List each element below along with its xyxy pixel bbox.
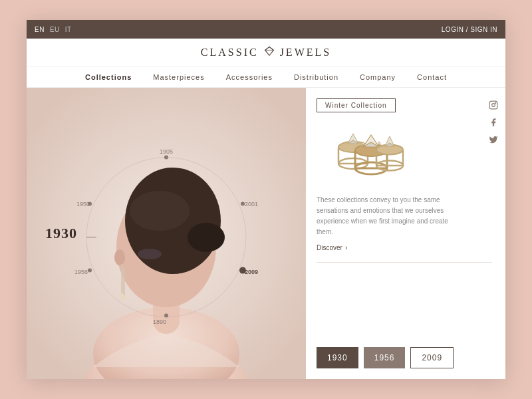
logo-text-right: JEWELS xyxy=(280,47,332,59)
main-content: Newsletter xyxy=(27,88,505,379)
facebook-icon[interactable] xyxy=(487,116,500,129)
svg-text:1905: 1905 xyxy=(160,148,173,155)
svg-text:1950: 1950 xyxy=(76,201,90,207)
lang-eu[interactable]: EU xyxy=(50,26,60,33)
svg-marker-0 xyxy=(265,47,273,55)
svg-text:2009: 2009 xyxy=(245,269,258,275)
current-year-label: 1930 xyxy=(45,225,77,242)
twitter-icon[interactable] xyxy=(487,133,500,146)
year-button-1930[interactable]: 1930 xyxy=(317,347,358,368)
top-bar: EN EU IT LOGIN / SIGN IN xyxy=(27,20,505,39)
social-icons xyxy=(487,98,500,146)
svg-text:1956: 1956 xyxy=(74,269,88,275)
svg-line-3 xyxy=(269,47,273,50)
year-button-1956[interactable]: 1956 xyxy=(364,347,406,368)
ring-image xyxy=(317,120,423,187)
lang-en[interactable]: EN xyxy=(35,26,45,33)
main-window: EN EU IT LOGIN / SIGN IN CLASSIC JEWELS xyxy=(27,20,505,379)
arrow-right-icon: › xyxy=(345,244,347,251)
nav-masterpieces[interactable]: Masterpieces xyxy=(153,73,204,81)
year-buttons: 1930 1956 2009 xyxy=(317,347,492,368)
collection-description: These collections convey to you the same… xyxy=(317,195,450,237)
login-link[interactable]: LOGIN xyxy=(442,26,464,33)
right-panel: Winter Collection xyxy=(306,88,505,379)
svg-text:2001: 2001 xyxy=(245,201,258,207)
svg-rect-35 xyxy=(489,101,497,109)
language-selector: EN EU IT xyxy=(35,26,72,33)
divider xyxy=(317,262,492,263)
nav-company[interactable]: Company xyxy=(360,73,396,81)
circle-timeline: 1905 2001 2009 1890 1956 1950 xyxy=(73,144,259,331)
svg-point-21 xyxy=(164,156,168,160)
svg-point-33 xyxy=(239,267,246,274)
svg-text:1890: 1890 xyxy=(153,319,166,325)
left-panel: 1905 2001 2009 1890 1956 1950 1930 xyxy=(27,88,306,379)
logo[interactable]: CLASSIC JEWELS xyxy=(201,46,331,59)
instagram-icon[interactable] xyxy=(487,98,500,112)
year-button-2009[interactable]: 2009 xyxy=(410,347,454,368)
svg-point-24 xyxy=(164,314,168,318)
logo-text-left: CLASSIC xyxy=(201,47,259,59)
login-area: LOGIN / SIGN IN xyxy=(442,26,497,33)
navigation: Collections Masterpieces Accessories Dis… xyxy=(27,66,505,88)
discover-link[interactable]: Discover › xyxy=(317,244,492,251)
diamond-icon xyxy=(264,46,275,59)
svg-point-37 xyxy=(495,102,496,103)
nav-accessories[interactable]: Accessories xyxy=(226,73,273,81)
svg-point-36 xyxy=(492,104,495,107)
nav-contact[interactable]: Contact xyxy=(417,73,447,81)
header: CLASSIC JEWELS xyxy=(27,39,505,66)
model-image: 1905 2001 2009 1890 1956 1950 1930 xyxy=(27,88,306,379)
svg-line-2 xyxy=(265,47,269,50)
collection-badge: Winter Collection xyxy=(317,98,396,112)
svg-point-25 xyxy=(88,269,92,273)
nav-distribution[interactable]: Distribution xyxy=(294,73,338,81)
signin-link[interactable]: / SIGN IN xyxy=(466,26,497,33)
svg-point-20 xyxy=(86,158,246,317)
nav-collections[interactable]: Collections xyxy=(85,73,132,81)
lang-it[interactable]: IT xyxy=(65,26,72,33)
